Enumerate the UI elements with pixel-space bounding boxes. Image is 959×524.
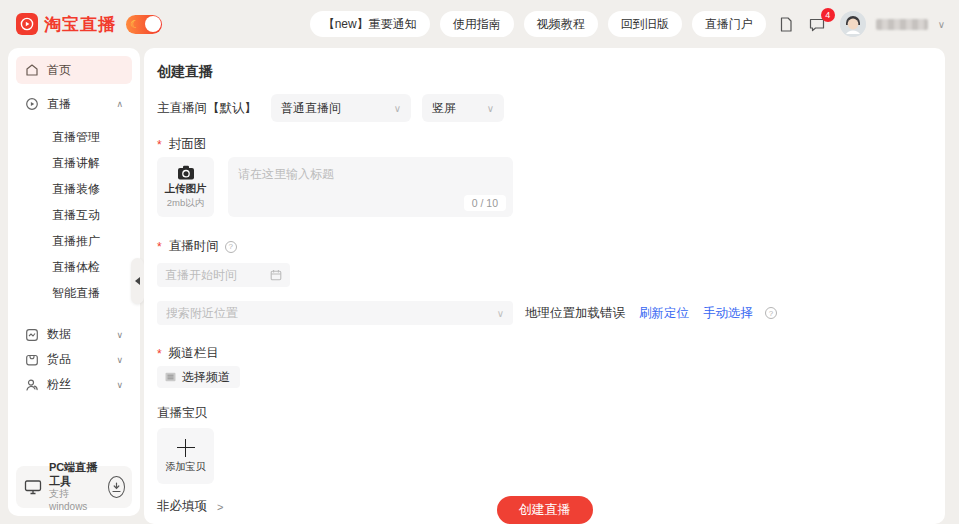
message-count-badge: 4 <box>821 8 835 22</box>
room-type-value: 普通直播间 <box>281 100 341 117</box>
sidebar-item-live-decorate[interactable]: 直播装修 <box>16 176 132 202</box>
user-avatar[interactable] <box>840 11 866 37</box>
sidebar-item-live[interactable]: 直播 ∧ <box>16 90 132 118</box>
user-guide-button[interactable]: 使用指南 <box>440 11 514 37</box>
camera-icon <box>176 164 196 181</box>
messages-icon[interactable]: 4 <box>806 14 828 35</box>
important-notice-button[interactable]: 【new】重要通知 <box>310 11 430 37</box>
manual-select-link[interactable]: 手动选择 <box>703 305 753 322</box>
account-chevron-down-icon[interactable]: ∨ <box>938 19 945 30</box>
home-icon <box>25 63 39 77</box>
sidebar-item-label: 货品 <box>47 351 71 368</box>
title-char-counter: 0 / 10 <box>464 195 506 211</box>
sidebar-item-label: 首页 <box>47 62 71 79</box>
orientation-select[interactable]: 竖屏 ∨ <box>422 94 504 122</box>
taobao-live-create-page: 淘宝直播 ☾ 【new】重要通知 使用指南 视频教程 回到旧版 直播门户 4 <box>0 0 959 524</box>
optional-fields-label: 非必填项 <box>157 498 207 515</box>
add-goods-label: 添加宝贝 <box>166 460 206 474</box>
fans-icon <box>25 378 39 392</box>
chevron-down-icon: ∨ <box>116 380 123 390</box>
live-goods-label: 直播宝贝 <box>157 405 945 422</box>
add-goods-button[interactable]: 添加宝贝 <box>157 428 214 484</box>
room-type-label: 主直播间【默认】 <box>157 100 257 117</box>
top-header: 淘宝直播 ☾ 【new】重要通知 使用指南 视频教程 回到旧版 直播门户 4 <box>0 0 959 48</box>
location-search-input[interactable] <box>166 306 497 320</box>
data-icon <box>25 328 39 342</box>
refresh-location-link[interactable]: 刷新定位 <box>639 305 689 322</box>
calendar-icon <box>270 269 282 281</box>
room-type-row: 主直播间【默认】 普通直播间 ∨ 竖屏 ∨ <box>157 94 945 122</box>
live-time-label: 直播时间 ? <box>157 238 945 255</box>
chevron-down-icon: ∨ <box>394 103 401 114</box>
brand-name: 淘宝直播 <box>44 13 116 36</box>
upload-cover-button[interactable]: 上传图片 2mb以内 <box>157 157 214 217</box>
live-icon <box>25 97 39 111</box>
sidebar-item-fans[interactable]: 粉丝 ∨ <box>16 372 132 397</box>
live-portal-button[interactable]: 直播门户 <box>692 11 766 37</box>
location-status-text: 地理位置加载错误 <box>525 305 625 322</box>
sidebar-collapse-handle[interactable] <box>131 258 144 304</box>
pc-tool-title: PC端直播工具 <box>49 461 101 489</box>
select-channel-label: 选择频道 <box>182 369 230 386</box>
sidebar-item-label: 数据 <box>47 326 71 343</box>
goods-icon <box>25 353 39 367</box>
start-time-field[interactable] <box>157 263 290 287</box>
upload-label: 上传图片 <box>165 182 207 196</box>
sidebar-item-live-checkup[interactable]: 直播体检 <box>16 254 132 280</box>
sidebar-item-label: 粉丝 <box>47 376 71 393</box>
cover-image-label: 封面图 <box>157 136 945 153</box>
monitor-icon <box>24 479 42 495</box>
sidebar-live-submenu: 直播管理 直播讲解 直播装修 直播互动 直播推广 直播体检 智能直播 <box>16 118 132 310</box>
location-row: ∨ 地理位置加载错误 刷新定位 手动选择 ? <box>157 301 945 325</box>
brand-logo[interactable]: 淘宝直播 ☾ <box>16 13 162 36</box>
sidebar-item-live-interact[interactable]: 直播互动 <box>16 202 132 228</box>
video-tutorial-button[interactable]: 视频教程 <box>524 11 598 37</box>
sidebar-item-smart-live[interactable]: 智能直播 <box>16 280 132 306</box>
sidebar-item-live-manage[interactable]: 直播管理 <box>16 124 132 150</box>
dark-mode-toggle[interactable]: ☾ <box>126 15 162 34</box>
sidebar-item-goods[interactable]: 货品 ∨ <box>16 347 132 372</box>
plus-icon <box>177 439 195 457</box>
sidebar-item-live-promote[interactable]: 直播推广 <box>16 228 132 254</box>
sidebar-item-label: 直播 <box>47 96 71 113</box>
sidebar-item-data[interactable]: 数据 ∨ <box>16 322 132 347</box>
sidebar-item-live-explain[interactable]: 直播讲解 <box>16 150 132 176</box>
chevron-right-icon: > <box>217 501 223 513</box>
orientation-value: 竖屏 <box>432 100 456 117</box>
live-title-area: 0 / 10 <box>228 157 513 217</box>
collapse-left-icon <box>135 277 140 285</box>
sidebar: 首页 直播 ∧ 直播管理 直播讲解 直播装修 直播互动 直播推广 直播体检 智能… <box>8 48 140 516</box>
list-icon <box>165 372 176 382</box>
moon-icon: ☾ <box>130 19 140 30</box>
create-live-button[interactable]: 创建直播 <box>497 496 593 524</box>
document-icon[interactable] <box>776 14 796 35</box>
location-search-field[interactable]: ∨ <box>157 301 513 325</box>
chevron-up-icon: ∧ <box>116 99 123 109</box>
create-live-panel: 创建直播 主直播间【默认】 普通直播间 ∨ 竖屏 ∨ 封面图 上传图片 2mb以… <box>144 48 945 524</box>
pc-live-tool-card[interactable]: PC端直播工具 支持windows <box>16 466 132 508</box>
download-icon[interactable] <box>108 476 125 498</box>
cover-row: 上传图片 2mb以内 0 / 10 <box>157 157 945 217</box>
start-time-input[interactable] <box>165 268 270 282</box>
chevron-down-icon: ∨ <box>116 330 123 340</box>
header-nav: 【new】重要通知 使用指南 视频教程 回到旧版 直播门户 4 ∨ <box>310 11 945 37</box>
help-icon[interactable]: ? <box>225 241 237 253</box>
select-channel-button[interactable]: 选择频道 <box>157 366 240 388</box>
chevron-down-icon: ∨ <box>487 103 494 114</box>
sidebar-item-home[interactable]: 首页 <box>16 56 132 84</box>
taobao-live-logo-icon <box>16 13 38 35</box>
page-title: 创建直播 <box>157 63 945 81</box>
user-name-masked[interactable] <box>876 19 928 30</box>
pc-tool-subtitle: 支持windows <box>49 488 101 513</box>
location-help-icon[interactable]: ? <box>765 307 777 319</box>
sidebar-groups: 数据 ∨ 货品 ∨ 粉丝 ∨ <box>16 322 132 397</box>
room-type-select[interactable]: 普通直播间 ∨ <box>271 94 411 122</box>
channel-column-label: 频道栏目 <box>157 345 945 362</box>
chevron-down-icon: ∨ <box>116 355 123 365</box>
chevron-down-icon: ∨ <box>497 308 504 319</box>
back-to-old-version-button[interactable]: 回到旧版 <box>608 11 682 37</box>
upload-size-hint: 2mb以内 <box>167 197 204 210</box>
